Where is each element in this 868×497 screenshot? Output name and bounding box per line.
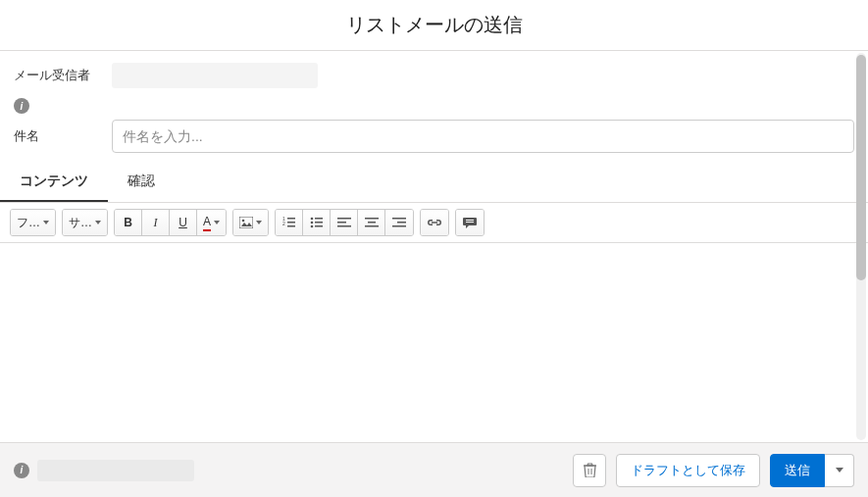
recipients-label: メール受信者 (14, 67, 112, 84)
svg-rect-22 (466, 220, 474, 221)
info-icon[interactable]: i (14, 98, 29, 114)
trash-icon (584, 463, 596, 477)
align-right-icon (392, 217, 406, 228)
link-icon (427, 218, 442, 227)
subject-input[interactable] (112, 120, 854, 153)
svg-rect-5 (287, 222, 295, 224)
link-button[interactable] (421, 210, 448, 235)
svg-rect-16 (365, 218, 379, 220)
editor-toolbar: フ… サ… B I U A 12 (0, 203, 868, 243)
scroll-area[interactable]: メール受信者 i 件名 コンテンツ 確認 フ… サ… B (0, 51, 868, 442)
svg-rect-21 (392, 225, 406, 227)
recipients-row: メール受信者 (14, 63, 854, 88)
comment-button[interactable] (456, 210, 484, 235)
content: メール受信者 i 件名 コンテンツ 確認 フ… サ… B (0, 51, 868, 442)
bold-button[interactable]: B (115, 210, 142, 235)
ordered-list-button[interactable]: 12 (276, 210, 303, 235)
svg-rect-23 (466, 222, 474, 223)
footer: i ドラフトとして保存 送信 (0, 442, 868, 497)
tab-review[interactable]: 確認 (108, 163, 175, 202)
tab-content[interactable]: コンテンツ (0, 163, 108, 202)
align-center-button[interactable] (358, 210, 385, 235)
font-family-button[interactable]: フ… (11, 210, 55, 235)
footer-left: i (14, 460, 563, 481)
svg-rect-12 (315, 225, 323, 227)
align-center-icon (365, 217, 379, 228)
send-dropdown-button[interactable] (825, 454, 854, 487)
svg-point-9 (310, 225, 313, 228)
footer-status-pill (37, 460, 194, 481)
svg-point-8 (310, 222, 313, 224)
svg-point-1 (242, 220, 245, 223)
modal-header: リストメールの送信 (0, 0, 868, 51)
save-draft-button[interactable]: ドラフトとして保存 (616, 454, 760, 487)
image-icon (239, 217, 253, 228)
image-button[interactable] (233, 210, 268, 235)
svg-rect-20 (397, 222, 406, 224)
svg-rect-17 (368, 222, 376, 224)
svg-rect-14 (337, 222, 346, 224)
ordered-list-icon: 12 (282, 217, 296, 228)
text-color-button[interactable]: A (197, 210, 226, 235)
align-right-button[interactable] (385, 210, 413, 235)
svg-rect-15 (337, 225, 351, 227)
delete-button[interactable] (573, 454, 606, 487)
svg-rect-0 (239, 217, 253, 228)
svg-rect-18 (365, 225, 379, 227)
svg-rect-11 (315, 222, 323, 224)
scrollbar-thumb[interactable] (856, 55, 866, 280)
email-compose-modal: リストメールの送信 メール受信者 i 件名 コンテンツ 確認 フ… (0, 0, 868, 497)
unordered-list-icon (310, 217, 324, 228)
footer-info-icon[interactable]: i (14, 463, 29, 478)
subject-label: 件名 (14, 127, 112, 145)
send-button[interactable]: 送信 (770, 454, 825, 487)
align-left-icon (337, 217, 351, 228)
font-size-button[interactable]: サ… (63, 210, 107, 235)
align-left-button[interactable] (331, 210, 358, 235)
editor-body[interactable] (14, 243, 854, 442)
italic-button[interactable]: I (142, 210, 170, 235)
send-split-group: 送信 (770, 454, 854, 487)
svg-rect-6 (287, 225, 295, 227)
modal-title: リストメールの送信 (346, 12, 523, 38)
svg-rect-19 (392, 218, 406, 220)
svg-text:2: 2 (282, 221, 285, 226)
unordered-list-button[interactable] (303, 210, 331, 235)
svg-rect-13 (337, 218, 351, 220)
tabs: コンテンツ 確認 (0, 163, 868, 203)
svg-point-7 (310, 218, 313, 221)
comment-icon (463, 217, 477, 229)
recipient-pill[interactable] (112, 63, 318, 88)
svg-rect-4 (287, 218, 295, 220)
subject-row: 件名 (14, 120, 854, 153)
underline-button[interactable]: U (170, 210, 197, 235)
svg-rect-10 (315, 218, 323, 220)
